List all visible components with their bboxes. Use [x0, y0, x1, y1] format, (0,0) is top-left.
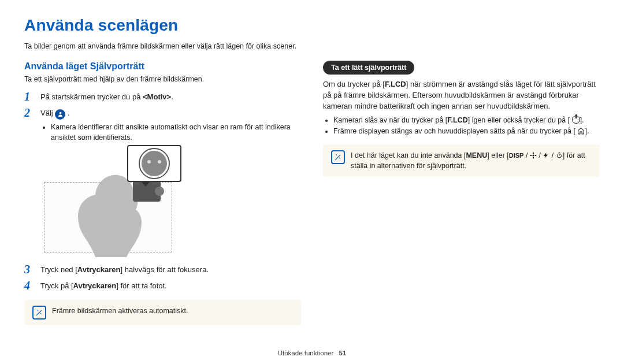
step-body: På startskärmen trycker du på <Motiv>.	[40, 90, 301, 103]
power-icon	[572, 116, 580, 124]
step-number: 1	[24, 90, 35, 103]
step3-shutter: Avtryckaren	[77, 265, 121, 274]
content-columns: Använda läget Självporträtt Ta ett själv…	[24, 60, 600, 325]
step2-post: .	[68, 109, 70, 117]
note-front-display-auto: Främre bildskärmen aktiveras automatiskt…	[24, 300, 301, 325]
step4-post: ] för att ta fotot.	[116, 281, 166, 290]
right-column: Ta ett lätt självporträtt Om du trycker …	[323, 60, 600, 325]
pill-easy-selfportrait: Ta ett lätt självporträtt	[323, 61, 414, 75]
right-paragraph-1: Om du trycker på [F.LCD] när strömmen är…	[323, 79, 600, 112]
note-limitations: I det här läget kan du inte använda [MEN…	[323, 144, 600, 177]
svg-point-4	[530, 155, 532, 156]
note-badge-icon	[32, 306, 46, 320]
right-bullet-2: Främre displayen stängs av och huvuddisp…	[333, 126, 600, 136]
page-lead: Ta bilder genom att använda främre bilds…	[24, 41, 600, 51]
footer-section: Utökade funktioner	[278, 350, 334, 356]
step-4: 4 Tryck på [Avtryckaren] för att ta foto…	[24, 279, 301, 292]
note-badge-icon	[331, 150, 345, 164]
manual-page: Använda scenlägen Ta bilder genom att an…	[0, 0, 624, 364]
macro-flower-icon	[530, 151, 537, 158]
svg-point-3	[533, 157, 534, 158]
page-title: Använda scenlägen	[24, 14, 600, 38]
timer-icon	[556, 151, 563, 158]
section-heading-selfportrait: Använda läget Självporträtt	[24, 60, 301, 73]
svg-point-0	[59, 112, 61, 114]
step-1: 1 På startskärmen trycker du på <Motiv>.	[24, 90, 301, 103]
step-2: 2 Välj . Kamera identifierar ditt ansikt…	[24, 106, 301, 259]
step4-pre: Tryck på [	[40, 281, 73, 290]
step-body: Välj . Kamera identifierar ditt ansikte …	[40, 106, 301, 259]
step-number: 3	[24, 263, 35, 276]
svg-point-5	[534, 155, 536, 156]
step-body: Tryck ned [Avtryckaren] halvvägs för att…	[40, 263, 301, 276]
page-footer: Utökade funktioner 51	[0, 348, 624, 358]
steps-list: 1 På startskärmen trycker du på <Motiv>.…	[24, 90, 301, 292]
step1-pre: På startskärmen trycker du på	[40, 92, 143, 101]
step-3: 3 Tryck ned [Avtryckaren] halvvägs för a…	[24, 263, 301, 276]
face-detect-callout	[127, 145, 181, 182]
section-subheading-selfportrait: Ta ett självporträtt med hjälp av den fr…	[24, 74, 301, 84]
step1-motiv: <Motiv>	[143, 92, 171, 101]
key-menu: MENU	[466, 151, 487, 159]
step3-pre: Tryck ned [	[40, 265, 77, 274]
home-icon	[577, 127, 585, 135]
note-text: I det här läget kan du inte använda [MEN…	[351, 150, 592, 171]
key-f-lcd: F.LCD	[385, 80, 406, 88]
step-body: Tryck på [Avtryckaren] för att ta fotot.	[40, 279, 301, 292]
svg-point-1	[532, 154, 534, 156]
step2-bullet: Kamera identifierar ditt ansikte automat…	[51, 122, 301, 143]
self-portrait-mode-icon	[55, 109, 65, 120]
step1-post: .	[171, 92, 173, 101]
step3-post: ] halvvägs för att fokusera.	[121, 265, 209, 274]
step-number: 2	[24, 106, 35, 119]
key-disp: DISP	[509, 152, 524, 159]
svg-point-2	[533, 152, 534, 154]
flash-icon	[543, 151, 549, 158]
right-bullet-1: Kameran slås av när du trycker på [F.LCD…	[333, 115, 600, 125]
left-column: Använda läget Självporträtt Ta ett själv…	[24, 60, 301, 325]
step2-pre: Välj	[40, 109, 55, 117]
selfportrait-illustration	[40, 147, 191, 257]
step-number: 4	[24, 279, 35, 292]
note-text: Främre bildskärmen aktiveras automatiskt…	[52, 306, 188, 316]
detected-face-icon	[140, 150, 168, 177]
step4-shutter: Avtryckaren	[73, 281, 117, 290]
right-bullets: Kameran slås av när du trycker på [F.LCD…	[323, 115, 600, 136]
footer-page-number: 51	[339, 350, 346, 356]
key-f-lcd: F.LCD	[447, 116, 467, 124]
